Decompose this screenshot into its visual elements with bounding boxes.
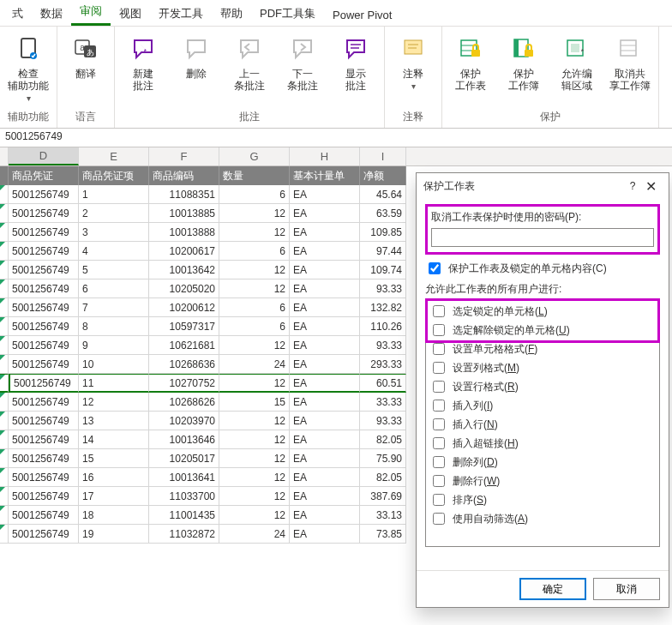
cell[interactable]: 7 xyxy=(79,298,149,317)
cell[interactable]: EA xyxy=(290,336,360,355)
cell[interactable]: 10621681 xyxy=(149,336,219,355)
cell[interactable] xyxy=(0,336,9,355)
cell[interactable]: 109.85 xyxy=(360,223,406,242)
cell[interactable]: 93.33 xyxy=(360,336,406,355)
cell[interactable]: 12 xyxy=(219,487,290,506)
column-header-F[interactable]: F xyxy=(149,147,219,165)
dialog-help-button[interactable]: ? xyxy=(626,180,639,192)
cell[interactable]: 6 xyxy=(219,317,290,336)
cell[interactable]: 33.33 xyxy=(360,393,406,412)
cell[interactable]: 10200612 xyxy=(149,298,219,317)
cell[interactable]: EA xyxy=(290,261,360,279)
cell[interactable]: 14 xyxy=(79,430,149,449)
tab-Power Pivot[interactable]: Power Pivot xyxy=(324,5,400,26)
cell[interactable]: 12 xyxy=(219,506,290,525)
formula-bar[interactable]: 5001256749 xyxy=(0,129,672,147)
cell[interactable]: 10268636 xyxy=(149,355,219,374)
dialog-close-button[interactable]: ✕ xyxy=(639,178,662,195)
cell[interactable]: 5001256749 xyxy=(9,261,79,279)
cell[interactable] xyxy=(0,468,9,487)
cell[interactable]: 4 xyxy=(79,242,149,261)
prev-comment-button[interactable]: 上一条批注 xyxy=(226,30,273,92)
cell[interactable] xyxy=(0,279,9,298)
cell[interactable]: 10205017 xyxy=(149,449,219,468)
cell[interactable] xyxy=(0,525,9,544)
tab-审阅[interactable]: 审阅 xyxy=(71,0,111,26)
new-comment-button[interactable]: 新建批注 xyxy=(120,30,166,92)
cell[interactable]: 6 xyxy=(79,279,149,298)
cell[interactable]: EA xyxy=(290,298,360,317)
cell[interactable]: 11088351 xyxy=(149,185,219,204)
cell[interactable]: 387.69 xyxy=(360,487,406,506)
cell[interactable]: 17 xyxy=(79,487,149,506)
cell[interactable]: 10013642 xyxy=(149,261,219,279)
allow-option-s[interactable]: 排序(S) xyxy=(429,491,656,508)
cell[interactable]: EA xyxy=(290,468,360,487)
cell[interactable]: 5001256749 xyxy=(9,487,79,506)
cell[interactable]: 5001256749 xyxy=(9,242,79,261)
cell[interactable]: 10268626 xyxy=(149,393,219,412)
cell[interactable]: 5001256749 xyxy=(9,204,79,223)
cell[interactable]: EA xyxy=(290,185,360,204)
cell[interactable]: 5001256749 xyxy=(9,393,79,412)
cell[interactable]: 11032872 xyxy=(149,525,219,544)
cell[interactable]: 5001256749 xyxy=(9,317,79,336)
cell[interactable]: 24 xyxy=(219,355,290,374)
cell[interactable]: EA xyxy=(290,487,360,506)
cell[interactable]: 10013888 xyxy=(149,223,219,242)
cell[interactable]: 45.64 xyxy=(360,185,406,204)
cell[interactable]: EA xyxy=(290,449,360,468)
cell[interactable]: EA xyxy=(290,317,360,336)
cell[interactable]: 13 xyxy=(79,412,149,430)
allow-option-checkbox[interactable] xyxy=(433,362,445,374)
allow-option-checkbox[interactable] xyxy=(433,418,445,430)
cell[interactable]: 10013885 xyxy=(149,204,219,223)
allow-option-checkbox[interactable] xyxy=(433,437,445,449)
cell[interactable]: 5001256749 xyxy=(9,279,79,298)
cell[interactable]: 11 xyxy=(79,374,149,393)
cell[interactable]: 16 xyxy=(79,468,149,487)
cell[interactable]: 5001256749 xyxy=(9,298,79,317)
cell[interactable] xyxy=(0,412,9,430)
allow-option-n[interactable]: 插入行(N) xyxy=(429,416,656,433)
allow-option-d[interactable]: 删除列(D) xyxy=(429,454,656,471)
cell[interactable]: 93.33 xyxy=(360,412,406,430)
tab-PDF工具集[interactable]: PDF工具集 xyxy=(251,3,324,26)
cell[interactable]: 12 xyxy=(219,374,290,393)
cell[interactable]: 293.33 xyxy=(360,355,406,374)
column-header-D[interactable]: D xyxy=(9,147,79,165)
allow-option-l[interactable]: 选定锁定的单元格(L) xyxy=(429,303,656,320)
cell[interactable]: 82.05 xyxy=(360,468,406,487)
cell[interactable]: EA xyxy=(290,242,360,261)
cell[interactable]: EA xyxy=(290,430,360,449)
cell[interactable]: 5001256749 xyxy=(9,449,79,468)
column-header-H[interactable]: H xyxy=(290,147,360,165)
allow-option-h[interactable]: 插入超链接(H) xyxy=(429,435,656,452)
tab-数据[interactable]: 数据 xyxy=(32,3,71,26)
cell[interactable]: 1 xyxy=(79,185,149,204)
cell[interactable] xyxy=(0,242,9,261)
cell[interactable]: 6 xyxy=(219,242,290,261)
cell[interactable]: 19 xyxy=(79,525,149,544)
protect-contents-checkbox[interactable]: 保护工作表及锁定的单元格内容(C) xyxy=(425,260,660,277)
cell[interactable]: 5001256749 xyxy=(9,506,79,525)
cell[interactable]: 6 xyxy=(219,185,290,204)
cell[interactable]: 5001256749 xyxy=(9,525,79,544)
unshare-button[interactable]: 取消共享工作簿 xyxy=(607,30,653,92)
cell[interactable]: 10205020 xyxy=(149,279,219,298)
cell[interactable]: 10597317 xyxy=(149,317,219,336)
allow-option-u[interactable]: 选定解除锁定的单元格(U) xyxy=(429,322,656,339)
cell[interactable]: 10270752 xyxy=(149,374,219,393)
cell[interactable]: 63.59 xyxy=(360,204,406,223)
cell[interactable] xyxy=(0,185,9,204)
column-headers[interactable]: DEFGHI xyxy=(0,147,672,166)
column-header-I[interactable]: I xyxy=(360,147,406,165)
cell[interactable] xyxy=(0,449,9,468)
cell[interactable]: 5001256749 xyxy=(9,223,79,242)
cell[interactable]: 3 xyxy=(79,223,149,242)
cell[interactable]: 5 xyxy=(79,261,149,279)
cell[interactable]: 5001256749 xyxy=(9,185,79,204)
cell[interactable]: 12 xyxy=(219,223,290,242)
allow-option-checkbox[interactable] xyxy=(433,324,445,336)
allow-option-m[interactable]: 设置列格式(M) xyxy=(429,359,656,376)
